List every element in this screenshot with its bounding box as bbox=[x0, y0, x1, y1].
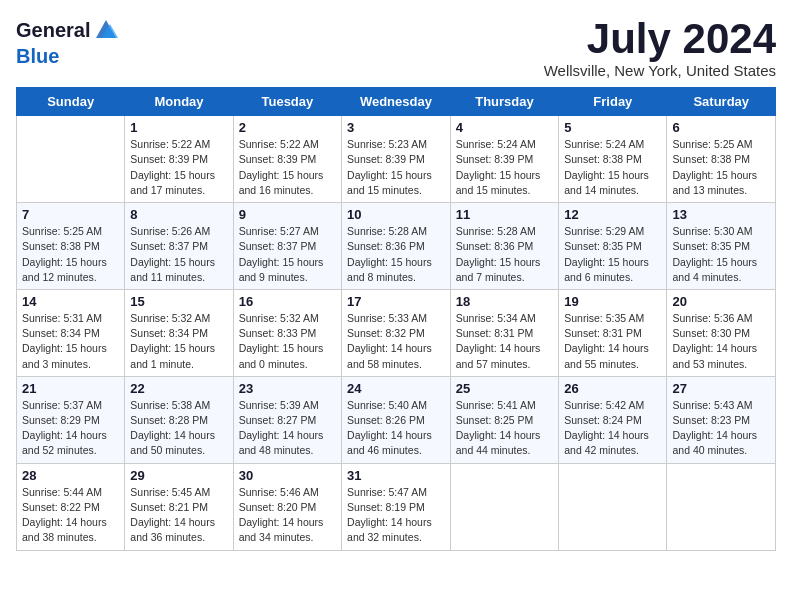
day-number: 24 bbox=[347, 381, 445, 396]
day-info: Sunrise: 5:36 AMSunset: 8:30 PMDaylight:… bbox=[672, 311, 770, 372]
day-number: 9 bbox=[239, 207, 336, 222]
day-info: Sunrise: 5:40 AMSunset: 8:26 PMDaylight:… bbox=[347, 398, 445, 459]
calendar-week-row: 1Sunrise: 5:22 AMSunset: 8:39 PMDaylight… bbox=[17, 116, 776, 203]
day-number: 16 bbox=[239, 294, 336, 309]
calendar-cell: 22Sunrise: 5:38 AMSunset: 8:28 PMDayligh… bbox=[125, 376, 233, 463]
day-number: 28 bbox=[22, 468, 119, 483]
day-number: 22 bbox=[130, 381, 227, 396]
calendar-cell: 12Sunrise: 5:29 AMSunset: 8:35 PMDayligh… bbox=[559, 203, 667, 290]
calendar-cell bbox=[667, 463, 776, 550]
calendar-cell: 6Sunrise: 5:25 AMSunset: 8:38 PMDaylight… bbox=[667, 116, 776, 203]
day-info: Sunrise: 5:27 AMSunset: 8:37 PMDaylight:… bbox=[239, 224, 336, 285]
calendar-day-header: Thursday bbox=[450, 88, 558, 116]
day-number: 4 bbox=[456, 120, 553, 135]
calendar-day-header: Friday bbox=[559, 88, 667, 116]
day-info: Sunrise: 5:39 AMSunset: 8:27 PMDaylight:… bbox=[239, 398, 336, 459]
calendar-cell: 28Sunrise: 5:44 AMSunset: 8:22 PMDayligh… bbox=[17, 463, 125, 550]
calendar-day-header: Tuesday bbox=[233, 88, 341, 116]
day-info: Sunrise: 5:37 AMSunset: 8:29 PMDaylight:… bbox=[22, 398, 119, 459]
day-info: Sunrise: 5:42 AMSunset: 8:24 PMDaylight:… bbox=[564, 398, 661, 459]
day-info: Sunrise: 5:41 AMSunset: 8:25 PMDaylight:… bbox=[456, 398, 553, 459]
day-info: Sunrise: 5:29 AMSunset: 8:35 PMDaylight:… bbox=[564, 224, 661, 285]
day-number: 15 bbox=[130, 294, 227, 309]
calendar-cell: 3Sunrise: 5:23 AMSunset: 8:39 PMDaylight… bbox=[342, 116, 451, 203]
calendar-cell: 14Sunrise: 5:31 AMSunset: 8:34 PMDayligh… bbox=[17, 289, 125, 376]
day-number: 12 bbox=[564, 207, 661, 222]
calendar-cell: 19Sunrise: 5:35 AMSunset: 8:31 PMDayligh… bbox=[559, 289, 667, 376]
day-info: Sunrise: 5:24 AMSunset: 8:38 PMDaylight:… bbox=[564, 137, 661, 198]
day-info: Sunrise: 5:32 AMSunset: 8:33 PMDaylight:… bbox=[239, 311, 336, 372]
day-number: 13 bbox=[672, 207, 770, 222]
calendar-week-row: 14Sunrise: 5:31 AMSunset: 8:34 PMDayligh… bbox=[17, 289, 776, 376]
calendar-cell: 31Sunrise: 5:47 AMSunset: 8:19 PMDayligh… bbox=[342, 463, 451, 550]
calendar-cell bbox=[17, 116, 125, 203]
calendar-header-row: SundayMondayTuesdayWednesdayThursdayFrid… bbox=[17, 88, 776, 116]
location: Wellsville, New York, United States bbox=[544, 62, 776, 79]
calendar-cell: 9Sunrise: 5:27 AMSunset: 8:37 PMDaylight… bbox=[233, 203, 341, 290]
calendar-cell: 15Sunrise: 5:32 AMSunset: 8:34 PMDayligh… bbox=[125, 289, 233, 376]
calendar-cell: 30Sunrise: 5:46 AMSunset: 8:20 PMDayligh… bbox=[233, 463, 341, 550]
calendar-cell bbox=[450, 463, 558, 550]
day-number: 23 bbox=[239, 381, 336, 396]
calendar-cell: 8Sunrise: 5:26 AMSunset: 8:37 PMDaylight… bbox=[125, 203, 233, 290]
logo-icon bbox=[92, 16, 120, 44]
day-number: 17 bbox=[347, 294, 445, 309]
calendar-day-header: Monday bbox=[125, 88, 233, 116]
day-number: 25 bbox=[456, 381, 553, 396]
calendar-cell: 4Sunrise: 5:24 AMSunset: 8:39 PMDaylight… bbox=[450, 116, 558, 203]
page-header: General Blue July 2024 Wellsville, New Y… bbox=[16, 16, 776, 79]
calendar-cell: 26Sunrise: 5:42 AMSunset: 8:24 PMDayligh… bbox=[559, 376, 667, 463]
calendar-cell: 11Sunrise: 5:28 AMSunset: 8:36 PMDayligh… bbox=[450, 203, 558, 290]
day-info: Sunrise: 5:31 AMSunset: 8:34 PMDaylight:… bbox=[22, 311, 119, 372]
calendar-cell: 5Sunrise: 5:24 AMSunset: 8:38 PMDaylight… bbox=[559, 116, 667, 203]
day-info: Sunrise: 5:25 AMSunset: 8:38 PMDaylight:… bbox=[22, 224, 119, 285]
day-info: Sunrise: 5:44 AMSunset: 8:22 PMDaylight:… bbox=[22, 485, 119, 546]
day-number: 2 bbox=[239, 120, 336, 135]
calendar-cell: 29Sunrise: 5:45 AMSunset: 8:21 PMDayligh… bbox=[125, 463, 233, 550]
day-number: 26 bbox=[564, 381, 661, 396]
calendar-cell: 10Sunrise: 5:28 AMSunset: 8:36 PMDayligh… bbox=[342, 203, 451, 290]
calendar-cell: 7Sunrise: 5:25 AMSunset: 8:38 PMDaylight… bbox=[17, 203, 125, 290]
day-number: 1 bbox=[130, 120, 227, 135]
day-number: 31 bbox=[347, 468, 445, 483]
day-info: Sunrise: 5:33 AMSunset: 8:32 PMDaylight:… bbox=[347, 311, 445, 372]
day-info: Sunrise: 5:28 AMSunset: 8:36 PMDaylight:… bbox=[456, 224, 553, 285]
calendar-cell: 1Sunrise: 5:22 AMSunset: 8:39 PMDaylight… bbox=[125, 116, 233, 203]
calendar-cell: 18Sunrise: 5:34 AMSunset: 8:31 PMDayligh… bbox=[450, 289, 558, 376]
logo: General Blue bbox=[16, 16, 120, 68]
day-number: 30 bbox=[239, 468, 336, 483]
calendar-day-header: Saturday bbox=[667, 88, 776, 116]
day-info: Sunrise: 5:30 AMSunset: 8:35 PMDaylight:… bbox=[672, 224, 770, 285]
calendar-cell: 13Sunrise: 5:30 AMSunset: 8:35 PMDayligh… bbox=[667, 203, 776, 290]
day-number: 20 bbox=[672, 294, 770, 309]
day-info: Sunrise: 5:24 AMSunset: 8:39 PMDaylight:… bbox=[456, 137, 553, 198]
day-number: 21 bbox=[22, 381, 119, 396]
day-info: Sunrise: 5:46 AMSunset: 8:20 PMDaylight:… bbox=[239, 485, 336, 546]
day-info: Sunrise: 5:34 AMSunset: 8:31 PMDaylight:… bbox=[456, 311, 553, 372]
calendar-week-row: 28Sunrise: 5:44 AMSunset: 8:22 PMDayligh… bbox=[17, 463, 776, 550]
day-info: Sunrise: 5:22 AMSunset: 8:39 PMDaylight:… bbox=[239, 137, 336, 198]
day-number: 6 bbox=[672, 120, 770, 135]
day-number: 29 bbox=[130, 468, 227, 483]
calendar-cell bbox=[559, 463, 667, 550]
day-info: Sunrise: 5:22 AMSunset: 8:39 PMDaylight:… bbox=[130, 137, 227, 198]
calendar-week-row: 21Sunrise: 5:37 AMSunset: 8:29 PMDayligh… bbox=[17, 376, 776, 463]
day-info: Sunrise: 5:35 AMSunset: 8:31 PMDaylight:… bbox=[564, 311, 661, 372]
day-number: 27 bbox=[672, 381, 770, 396]
day-info: Sunrise: 5:45 AMSunset: 8:21 PMDaylight:… bbox=[130, 485, 227, 546]
calendar-week-row: 7Sunrise: 5:25 AMSunset: 8:38 PMDaylight… bbox=[17, 203, 776, 290]
day-info: Sunrise: 5:38 AMSunset: 8:28 PMDaylight:… bbox=[130, 398, 227, 459]
calendar-day-header: Wednesday bbox=[342, 88, 451, 116]
day-number: 10 bbox=[347, 207, 445, 222]
day-info: Sunrise: 5:28 AMSunset: 8:36 PMDaylight:… bbox=[347, 224, 445, 285]
logo-blue: Blue bbox=[16, 45, 59, 67]
day-info: Sunrise: 5:25 AMSunset: 8:38 PMDaylight:… bbox=[672, 137, 770, 198]
day-number: 19 bbox=[564, 294, 661, 309]
day-info: Sunrise: 5:23 AMSunset: 8:39 PMDaylight:… bbox=[347, 137, 445, 198]
day-info: Sunrise: 5:43 AMSunset: 8:23 PMDaylight:… bbox=[672, 398, 770, 459]
calendar-cell: 24Sunrise: 5:40 AMSunset: 8:26 PMDayligh… bbox=[342, 376, 451, 463]
month-title: July 2024 bbox=[544, 16, 776, 62]
calendar-cell: 2Sunrise: 5:22 AMSunset: 8:39 PMDaylight… bbox=[233, 116, 341, 203]
calendar-table: SundayMondayTuesdayWednesdayThursdayFrid… bbox=[16, 87, 776, 550]
day-number: 5 bbox=[564, 120, 661, 135]
